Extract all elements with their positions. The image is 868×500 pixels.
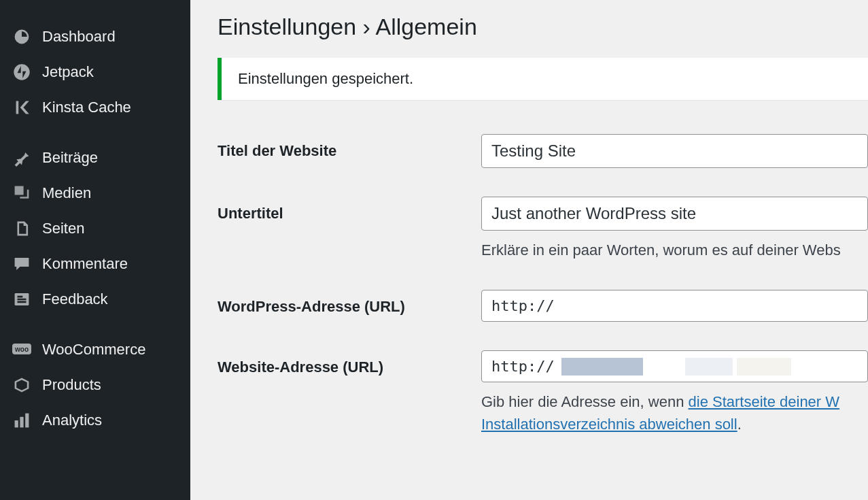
svg-rect-5 xyxy=(20,417,23,428)
site-url-help-link-2[interactable]: Installationsverzeichnis abweichen soll xyxy=(481,416,737,433)
svg-point-0 xyxy=(14,64,29,80)
wp-url-input[interactable] xyxy=(481,290,868,322)
sidebar-item-label: Dashboard xyxy=(42,28,116,46)
sidebar-item-analytics[interactable]: Analytics xyxy=(0,403,190,438)
tagline-label: Untertitel xyxy=(218,197,481,222)
wp-url-label: WordPress-Adresse (URL) xyxy=(218,290,481,316)
site-title-label: Titel der Website xyxy=(218,134,481,160)
feedback-icon xyxy=(12,290,31,309)
sidebar-item-comments[interactable]: Kommentare xyxy=(0,246,190,282)
jetpack-icon xyxy=(12,63,31,82)
sidebar-item-kinsta-cache[interactable]: Kinsta Cache xyxy=(0,90,190,125)
woo-icon: woo xyxy=(12,340,31,359)
svg-text:woo: woo xyxy=(14,346,29,353)
sidebar-item-label: Feedback xyxy=(42,290,108,308)
sidebar-item-woocommerce[interactable]: woo WooCommerce xyxy=(0,332,190,367)
sidebar-item-dashboard[interactable]: Dashboard xyxy=(0,19,190,54)
site-url-label: Website-Adresse (URL) xyxy=(218,350,481,376)
form-row-wp-url: WordPress-Adresse (URL) xyxy=(218,290,868,322)
form-row-site-url: Website-Adresse (URL) Gib hier die Adres… xyxy=(218,350,868,435)
svg-rect-6 xyxy=(25,414,29,428)
site-url-help: Gib hier die Adresse ein, wenn die Start… xyxy=(481,390,868,435)
sidebar-item-label: Seiten xyxy=(42,220,84,237)
sidebar-item-label: Jetpack xyxy=(42,63,94,81)
sidebar-item-label: Products xyxy=(42,376,101,394)
svg-rect-4 xyxy=(15,420,18,427)
sidebar-item-feedback[interactable]: Feedback xyxy=(0,282,190,317)
comments-icon xyxy=(12,254,31,273)
sidebar-item-label: Kinsta Cache xyxy=(42,99,131,116)
site-title-input[interactable] xyxy=(481,134,868,168)
site-url-input[interactable] xyxy=(481,350,868,382)
settings-saved-notice: Einstellungen gespeichert. xyxy=(218,58,868,100)
sidebar-item-label: Medien xyxy=(42,184,91,202)
sidebar-item-media[interactable]: Medien xyxy=(0,176,190,211)
tagline-input[interactable] xyxy=(481,197,868,231)
site-url-help-link-1[interactable]: die Startseite deiner W xyxy=(689,393,840,410)
sidebar-item-label: Analytics xyxy=(42,412,102,429)
products-icon xyxy=(12,376,31,395)
page-title: Einstellungen › Allgemein xyxy=(218,14,868,40)
sidebar-item-label: WooCommerce xyxy=(42,341,145,359)
settings-form: Titel der Website Untertitel Erkläre in … xyxy=(218,134,868,435)
analytics-icon xyxy=(12,411,31,430)
tagline-help: Erkläre in ein paar Worten, worum es auf… xyxy=(481,239,868,261)
sidebar-item-pages[interactable]: Seiten xyxy=(0,211,190,246)
pin-icon xyxy=(12,148,31,167)
sidebar-separator xyxy=(0,317,190,332)
dashboard-icon xyxy=(12,27,31,46)
sidebar-item-posts[interactable]: Beiträge xyxy=(0,140,190,176)
main-content: Einstellungen › Allgemein Einstellungen … xyxy=(190,0,868,500)
media-icon xyxy=(12,184,31,203)
notice-text: Einstellungen gespeichert. xyxy=(238,70,413,87)
sidebar-item-jetpack[interactable]: Jetpack xyxy=(0,54,190,90)
admin-sidebar: Dashboard Jetpack Kinsta Cache Beiträge … xyxy=(0,0,190,500)
pages-icon xyxy=(12,219,31,238)
form-row-site-title: Titel der Website xyxy=(218,134,868,168)
sidebar-item-label: Kommentare xyxy=(42,255,128,273)
sidebar-separator xyxy=(0,125,190,140)
form-row-tagline: Untertitel Erkläre in ein paar Worten, w… xyxy=(218,197,868,261)
sidebar-item-label: Beiträge xyxy=(42,149,98,167)
kinsta-icon xyxy=(12,98,31,117)
sidebar-item-products[interactable]: Products xyxy=(0,367,190,403)
